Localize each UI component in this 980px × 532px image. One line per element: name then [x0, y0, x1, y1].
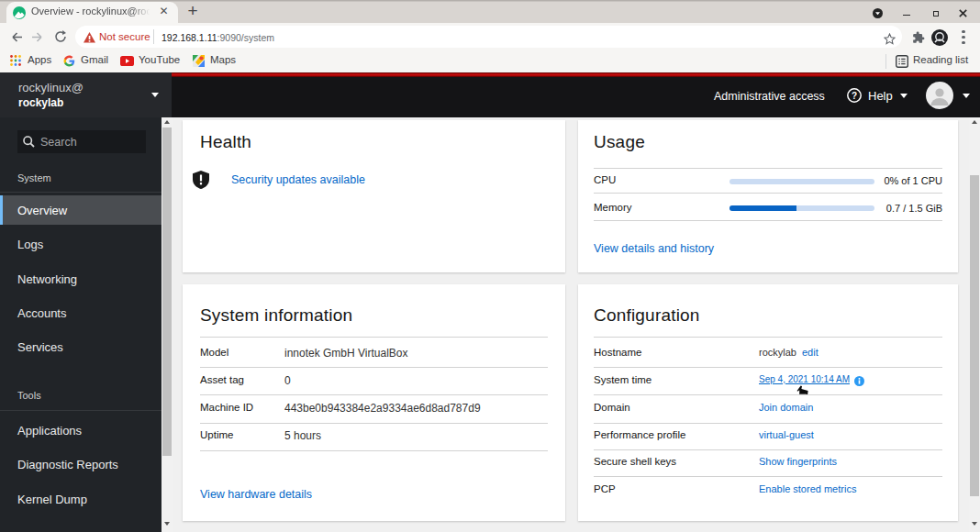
- svg-text:?: ?: [852, 91, 857, 101]
